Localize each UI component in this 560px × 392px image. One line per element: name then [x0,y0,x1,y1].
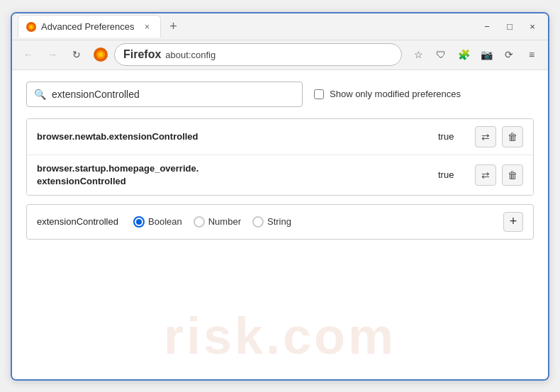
search-row: 🔍 Show only modified preferences [26,82,534,107]
search-icon: 🔍 [34,89,46,100]
swap-button-2[interactable]: ⇄ [475,164,496,186]
tab-title: Advanced Preferences [41,21,135,32]
table-row: browser.startup.homepage_override. exten… [27,155,533,195]
content-area: 🔍 Show only modified preferences browser… [12,70,548,379]
nav-bar: ← → ↻ Firefox about:config ☆ 🛡 🧩 📷 ⟳ ≡ [12,40,548,70]
title-bar: Advanced Preferences × + − □ × [12,13,548,40]
show-modified-row: Show only modified preferences [314,89,461,99]
reload-button[interactable]: ↻ [66,44,87,65]
browser-brand: Firefox [123,48,161,61]
firefox-tab-icon [26,21,37,33]
window-controls: − □ × [477,16,542,36]
type-radio-group: Boolean Number String [133,216,492,228]
pref-name-1: browser.newtab.extensionControlled [37,131,432,142]
shield-icon-button[interactable]: 🛡 [430,44,452,65]
svg-point-2 [30,26,33,28]
firefox-logo-icon [93,47,108,62]
pref-actions-1: ⇄ 🗑 [475,126,523,147]
nav-right-icons: ☆ 🛡 🧩 📷 ⟳ ≡ [408,44,542,65]
minimize-button[interactable]: − [477,16,497,36]
radio-option-string[interactable]: String [252,216,291,228]
radio-number-indicator [194,216,205,228]
camera-icon-button[interactable]: 📷 [476,44,497,65]
radio-string-indicator [252,216,264,228]
radio-option-boolean[interactable]: Boolean [133,216,182,228]
sync-icon-button[interactable]: ⟳ [498,44,520,65]
trash-icon-1: 🗑 [508,131,517,142]
radio-boolean-indicator [133,216,145,228]
forward-button[interactable]: → [42,44,63,65]
pref-value-2: true [438,169,464,180]
watermark: risk.com [164,307,396,365]
bookmark-icon-button[interactable]: ☆ [408,44,429,65]
maximize-button[interactable]: □ [500,16,520,36]
pref-name-2: browser.startup.homepage_override. exten… [37,162,432,188]
pref-actions-2: ⇄ 🗑 [475,164,523,186]
new-pref-row: extensionControlled Boolean Number Strin… [26,204,534,240]
trash-icon-2: 🗑 [508,169,517,181]
address-text: about:config [165,50,215,60]
show-modified-checkbox[interactable] [314,89,324,99]
address-bar[interactable]: Firefox about:config [114,43,402,66]
swap-button-1[interactable]: ⇄ [475,126,496,147]
swap-icon-2: ⇄ [481,169,490,181]
svg-point-5 [99,52,103,57]
radio-option-number[interactable]: Number [194,216,241,228]
active-tab[interactable]: Advanced Preferences × [18,15,161,38]
show-modified-label: Show only modified preferences [330,89,461,99]
extension-icon-button[interactable]: 🧩 [453,44,474,65]
new-pref-name: extensionControlled [37,216,122,227]
browser-window: Advanced Preferences × + − □ × ← → ↻ Fir… [11,12,549,381]
table-row: browser.newtab.extensionControlled true … [27,119,533,155]
new-tab-button[interactable]: + [164,16,184,36]
prefs-table: browser.newtab.extensionControlled true … [26,118,534,196]
delete-button-2[interactable]: 🗑 [502,164,523,186]
tab-close-button[interactable]: × [142,21,153,33]
close-window-button[interactable]: × [522,16,542,36]
delete-button-1[interactable]: 🗑 [502,126,523,147]
back-button[interactable]: ← [18,44,39,65]
pref-value-1: true [438,131,464,142]
search-box[interactable]: 🔍 [26,82,303,107]
search-input[interactable] [52,89,295,100]
add-pref-button[interactable]: + [503,212,523,232]
menu-button[interactable]: ≡ [521,44,542,65]
swap-icon-1: ⇄ [481,131,490,142]
